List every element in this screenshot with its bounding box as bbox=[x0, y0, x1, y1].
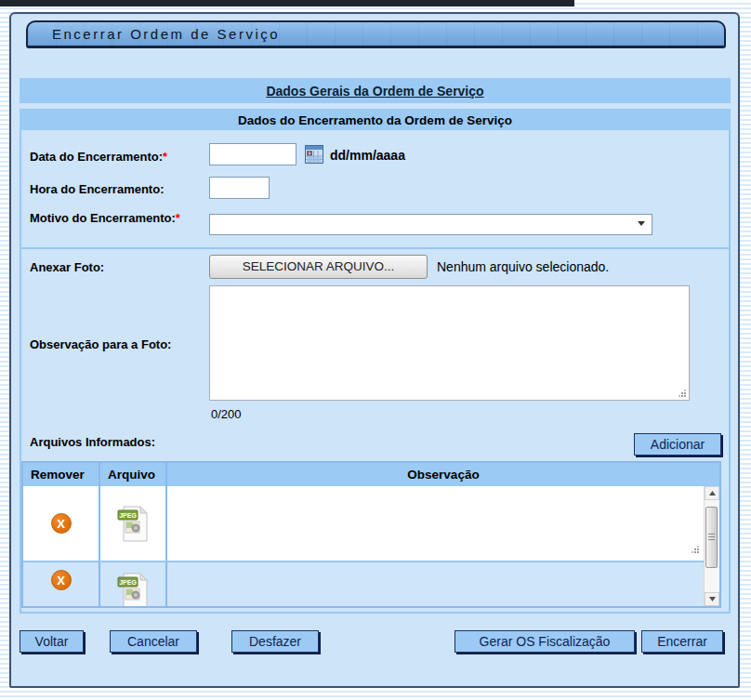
section-general-data-bar[interactable]: Dados Gerais da Ordem de Serviço bbox=[20, 78, 731, 103]
col-header-remove: Remover bbox=[23, 463, 100, 486]
photo-observation-textarea[interactable] bbox=[209, 285, 690, 401]
table-row: X JPEG bbox=[23, 486, 719, 562]
closure-date-input[interactable] bbox=[209, 143, 296, 165]
calendar-icon[interactable] bbox=[305, 145, 323, 164]
char-counter: 0/200 bbox=[211, 407, 242, 421]
attach-photo-label: Anexar Foto: bbox=[30, 259, 206, 276]
footer-button-bar: Voltar Cancelar Desfazer Gerar OS Fiscal… bbox=[0, 630, 751, 654]
page-title-tab: Encerrar Ordem de Serviço bbox=[26, 20, 726, 48]
top-dark-bar bbox=[0, 0, 574, 7]
svg-text:JPEG: JPEG bbox=[119, 579, 137, 586]
closure-date-label: Data do Encerramento:* bbox=[30, 149, 206, 165]
remove-file-icon[interactable]: X bbox=[51, 513, 72, 534]
select-file-button[interactable]: SELECIONAR ARQUIVO... bbox=[209, 255, 428, 279]
closure-time-input[interactable] bbox=[209, 177, 270, 199]
closure-time-label: Hora do Encerramento: bbox=[30, 181, 206, 198]
svg-text:JPEG: JPEG bbox=[119, 512, 137, 519]
section-general-data-link[interactable]: Dados Gerais da Ordem de Serviço bbox=[266, 84, 483, 99]
col-header-observation: Observação bbox=[167, 463, 719, 486]
closure-reason-select[interactable] bbox=[209, 214, 652, 235]
close-os-button[interactable]: Encerrar bbox=[641, 630, 723, 653]
scrollbar-up-icon[interactable] bbox=[705, 486, 719, 500]
form-divider bbox=[21, 247, 729, 249]
undo-button[interactable]: Desfazer bbox=[231, 630, 319, 653]
files-table-header: Remover Arquivo Observação bbox=[23, 463, 719, 486]
file-selected-status: Nenhum arquivo selecionado. bbox=[437, 259, 609, 274]
back-button[interactable]: Voltar bbox=[20, 630, 84, 653]
files-table: Remover Arquivo Observação X bbox=[21, 461, 721, 608]
closure-reason-label: Motivo do Encerramento:* bbox=[30, 210, 188, 227]
photo-observation-label: Observação para a Foto: bbox=[30, 337, 208, 353]
scrollbar-thumb[interactable] bbox=[705, 507, 718, 568]
col-header-file: Arquivo bbox=[100, 463, 167, 486]
date-format-hint: dd/mm/aaaa bbox=[330, 148, 405, 163]
jpeg-file-icon[interactable]: JPEG bbox=[116, 503, 150, 544]
page-title: Encerrar Ordem de Serviço bbox=[52, 26, 280, 42]
generate-inspection-os-button[interactable]: Gerar OS Fiscalização bbox=[455, 630, 635, 653]
required-asterisk: * bbox=[163, 150, 167, 164]
add-file-button[interactable]: Adicionar bbox=[634, 433, 721, 456]
section-closure-data-title: Dados do Encerramento da Ordem de Serviç… bbox=[238, 113, 512, 127]
resize-grip-icon[interactable] bbox=[691, 545, 699, 553]
table-row: X JPEG bbox=[23, 562, 719, 608]
row-observation-textarea[interactable] bbox=[167, 486, 719, 561]
closure-form: Data do Encerramento:* dd/mm/aaaa Hora d… bbox=[20, 130, 731, 614]
resize-grip-icon[interactable] bbox=[678, 389, 686, 397]
cancel-button[interactable]: Cancelar bbox=[110, 630, 197, 653]
row-observation-cell[interactable] bbox=[167, 562, 719, 608]
table-scrollbar[interactable] bbox=[704, 486, 719, 606]
section-closure-data-bar: Dados do Encerramento da Ordem de Serviç… bbox=[20, 109, 731, 130]
scrollbar-down-icon[interactable] bbox=[705, 592, 719, 606]
screen: Encerrar Ordem de Serviço Dados Gerais d… bbox=[0, 0, 751, 700]
files-informed-label: Arquivos Informados: bbox=[30, 435, 155, 449]
required-asterisk: * bbox=[176, 211, 180, 225]
jpeg-file-icon[interactable]: JPEG bbox=[116, 570, 150, 608]
remove-file-icon[interactable]: X bbox=[51, 570, 72, 590]
dropdown-arrow-icon bbox=[638, 221, 645, 226]
